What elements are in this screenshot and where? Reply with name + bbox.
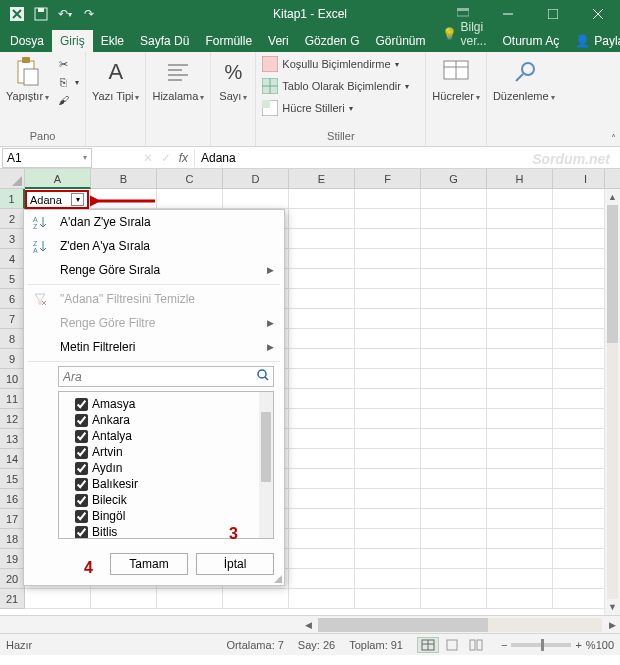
filter-checkbox[interactable]: [75, 414, 88, 427]
scroll-down-icon[interactable]: ▼: [605, 599, 620, 615]
row-head[interactable]: 6: [0, 289, 25, 309]
cell[interactable]: [421, 209, 487, 229]
cell[interactable]: [487, 249, 553, 269]
cell[interactable]: [223, 589, 289, 609]
col-head[interactable]: B: [91, 169, 157, 189]
cell[interactable]: [487, 349, 553, 369]
close-button[interactable]: [575, 0, 620, 28]
cell[interactable]: [289, 289, 355, 309]
cut-button[interactable]: ✂: [55, 56, 79, 72]
cell[interactable]: [421, 389, 487, 409]
worksheet-grid[interactable]: ABCDEFGHI1234567891011121314151617181920…: [0, 169, 620, 615]
cell[interactable]: [421, 289, 487, 309]
cell[interactable]: [289, 489, 355, 509]
cell[interactable]: [289, 249, 355, 269]
filter-item[interactable]: Bilecik: [61, 492, 271, 508]
cell[interactable]: [421, 409, 487, 429]
cell[interactable]: [355, 269, 421, 289]
row-head[interactable]: 21: [0, 589, 25, 609]
col-head[interactable]: G: [421, 169, 487, 189]
tab-file[interactable]: Dosya: [2, 30, 52, 52]
sort-by-color[interactable]: Renge Göre Sırala▶: [24, 258, 284, 282]
col-head[interactable]: E: [289, 169, 355, 189]
cell[interactable]: [25, 589, 91, 609]
filter-item[interactable]: Amasya: [61, 396, 271, 412]
tab-review[interactable]: Gözden G: [297, 30, 368, 52]
tab-formulas[interactable]: Formülle: [197, 30, 260, 52]
filter-checkbox[interactable]: [75, 446, 88, 459]
cell[interactable]: [487, 229, 553, 249]
cell[interactable]: [421, 569, 487, 589]
name-box[interactable]: A1: [2, 148, 92, 168]
tell-me[interactable]: 💡Bilgi ver...: [434, 16, 495, 52]
row-head[interactable]: 18: [0, 529, 25, 549]
vertical-scrollbar[interactable]: ▲ ▼: [604, 189, 620, 615]
cell[interactable]: [157, 189, 223, 209]
maximize-button[interactable]: [530, 0, 575, 28]
filter-checkbox[interactable]: [75, 430, 88, 443]
cell[interactable]: [355, 349, 421, 369]
cell[interactable]: [421, 549, 487, 569]
cell[interactable]: [355, 509, 421, 529]
col-head[interactable]: D: [223, 169, 289, 189]
cell[interactable]: [355, 249, 421, 269]
alignment-group[interactable]: Hizalama: [152, 56, 204, 102]
format-as-table-button[interactable]: Tablo Olarak Biçimlendir▾: [262, 78, 419, 94]
font-group[interactable]: AYazı Tipi: [92, 56, 139, 102]
cell[interactable]: [355, 289, 421, 309]
scroll-up-icon[interactable]: ▲: [605, 189, 620, 205]
ribbon-collapse-icon[interactable]: ˄: [611, 133, 616, 144]
cell[interactable]: [487, 469, 553, 489]
row-head[interactable]: 11: [0, 389, 25, 409]
filter-search[interactable]: [58, 366, 274, 387]
cell[interactable]: [289, 589, 355, 609]
cell[interactable]: [289, 469, 355, 489]
col-head[interactable]: C: [157, 169, 223, 189]
row-head[interactable]: 2: [0, 209, 25, 229]
conditional-formatting-button[interactable]: Koşullu Biçimlendirme▾: [262, 56, 419, 72]
signin-link[interactable]: Oturum Aç: [495, 30, 568, 52]
cell[interactable]: [421, 349, 487, 369]
filter-checklist[interactable]: AmasyaAnkaraAntalyaArtvinAydınBalıkesirB…: [58, 391, 274, 539]
filter-item[interactable]: Artvin: [61, 444, 271, 460]
cell[interactable]: [289, 509, 355, 529]
tab-pagelayout[interactable]: Sayfa Dü: [132, 30, 197, 52]
cell[interactable]: [289, 549, 355, 569]
row-head[interactable]: 14: [0, 449, 25, 469]
row-head[interactable]: 5: [0, 269, 25, 289]
qa-customize-icon[interactable]: [102, 3, 124, 25]
cell[interactable]: [421, 269, 487, 289]
fx-icon[interactable]: fx: [179, 151, 188, 165]
zoom-control[interactable]: − + %100: [501, 639, 614, 651]
page-layout-view-icon[interactable]: [441, 637, 463, 653]
cell[interactable]: [487, 289, 553, 309]
filter-search-input[interactable]: [63, 370, 257, 384]
save-icon[interactable]: [30, 3, 52, 25]
cell[interactable]: [223, 189, 289, 209]
row-head[interactable]: 7: [0, 309, 25, 329]
row-head[interactable]: 13: [0, 429, 25, 449]
text-filters[interactable]: Metin Filtreleri▶: [24, 335, 284, 359]
cell[interactable]: [289, 529, 355, 549]
cell[interactable]: [289, 209, 355, 229]
cell[interactable]: [487, 489, 553, 509]
filter-item[interactable]: Bingöl: [61, 508, 271, 524]
tab-data[interactable]: Veri: [260, 30, 297, 52]
formula-input[interactable]: Adana Sordum.net: [194, 149, 620, 167]
cell[interactable]: [289, 389, 355, 409]
zoom-value[interactable]: %100: [586, 639, 614, 651]
cell[interactable]: [289, 189, 355, 209]
row-head[interactable]: 4: [0, 249, 25, 269]
cell[interactable]: [289, 569, 355, 589]
cell[interactable]: [355, 309, 421, 329]
cell[interactable]: [355, 549, 421, 569]
filter-item[interactable]: Antalya: [61, 428, 271, 444]
cell[interactable]: [421, 429, 487, 449]
row-head[interactable]: 19: [0, 549, 25, 569]
undo-icon[interactable]: ↶▾: [54, 3, 76, 25]
sort-za[interactable]: ZAZ'den A'ya Sırala: [24, 234, 284, 258]
cell[interactable]: [487, 309, 553, 329]
cancel-button[interactable]: İptal: [196, 553, 274, 575]
cell[interactable]: [157, 589, 223, 609]
row-head[interactable]: 1: [0, 189, 25, 209]
